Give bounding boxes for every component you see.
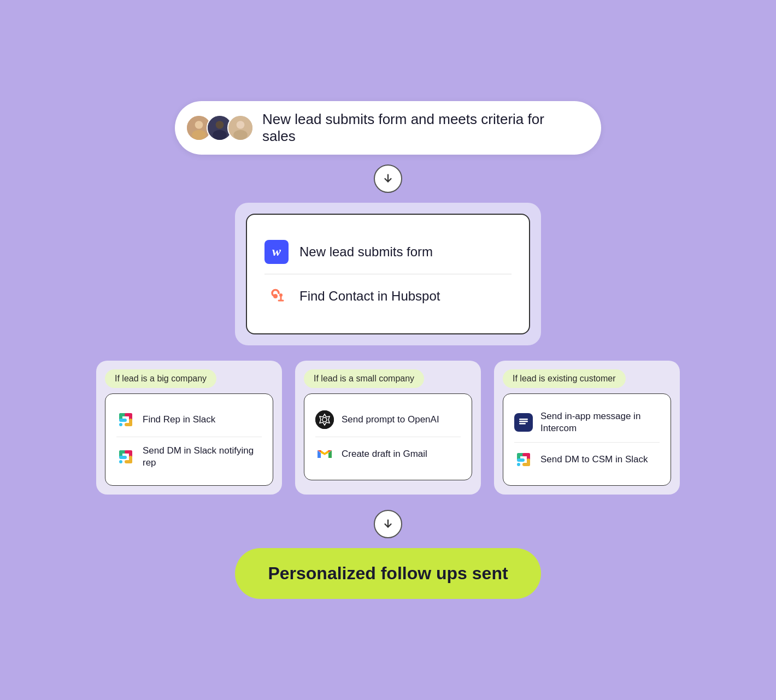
- svg-rect-45: [522, 463, 530, 466]
- svg-point-2: [192, 130, 206, 140]
- svg-rect-47: [517, 463, 520, 466]
- branch-big-company-step-2: Send DM in Slack notifying rep: [116, 437, 262, 477]
- workflow-inner: w New lead submits form Find Contact in …: [246, 214, 530, 334]
- branch-existing-customer-step-2: Send DM to CSM in Slack: [514, 442, 660, 477]
- gmail-icon: [315, 445, 334, 463]
- branch-small-company: If lead is a small company Send prompt t…: [295, 361, 481, 495]
- intercom-icon: [514, 413, 533, 432]
- hubspot-icon: [264, 284, 289, 308]
- svg-rect-46: [517, 458, 525, 462]
- webflow-icon: w: [264, 240, 289, 264]
- slack-icon-1: [116, 410, 135, 429]
- workflow-step-1-label: New lead submits form: [299, 244, 433, 260]
- branch-small-company-step-2-label: Create draft in Gmail: [342, 448, 427, 460]
- branch-small-company-step-2: Create draft in Gmail: [315, 437, 461, 471]
- svg-rect-38: [519, 423, 526, 425]
- branch-existing-customer-step-2-label: Send DM to CSM in Slack: [540, 454, 648, 466]
- workflow-step-hubspot: Find Contact in Hubspot: [264, 274, 512, 318]
- svg-rect-35: [516, 415, 531, 430]
- workflow-block: w New lead submits form Find Contact in …: [235, 203, 541, 345]
- slack-icon-2: [116, 448, 135, 466]
- svg-rect-36: [519, 419, 528, 420]
- branch-small-company-label: If lead is a small company: [304, 369, 424, 388]
- arrow-down-1: [374, 164, 402, 193]
- branch-big-company-label: If lead is a big company: [105, 369, 216, 388]
- svg-point-31: [315, 410, 334, 429]
- branch-existing-customer: If lead is existing customer Send in: [494, 361, 680, 495]
- branch-big-company-step-1-label: Find Rep in Slack: [143, 414, 215, 426]
- branches-row: If lead is a big company: [82, 361, 694, 495]
- result-node: Personalized follow ups sent: [235, 548, 540, 599]
- branch-big-company-inner: Find Rep in Slack: [105, 393, 273, 486]
- svg-point-7: [237, 121, 245, 129]
- trigger-text: New lead submits form and meets criteria…: [262, 111, 579, 145]
- svg-rect-30: [119, 460, 122, 463]
- branch-big-company-step-1: Find Rep in Slack: [116, 403, 262, 437]
- svg-rect-21: [119, 423, 122, 426]
- branch-small-company-step-1: Send prompt to OpenAI: [315, 403, 461, 437]
- svg-point-5: [213, 130, 227, 140]
- branch-existing-customer-inner: Send in-app message in Intercom: [503, 393, 671, 486]
- svg-rect-28: [125, 460, 132, 463]
- branch-big-company-step-2-label: Send DM in Slack notifying rep: [143, 445, 262, 469]
- branch-small-company-inner: Send prompt to OpenAI: [304, 393, 472, 480]
- svg-point-4: [216, 121, 224, 129]
- svg-rect-29: [119, 456, 127, 459]
- workflow-step-2-label: Find Contact in Hubspot: [299, 289, 440, 304]
- branch-existing-customer-step-1-label: Send in-app message in Intercom: [540, 410, 660, 434]
- svg-rect-20: [119, 419, 127, 422]
- branch-existing-customer-label: If lead is existing customer: [503, 369, 626, 388]
- workflow-canvas: New lead submits form and meets criteria…: [60, 68, 716, 632]
- arrow-down-2: [374, 510, 402, 538]
- svg-point-1: [195, 121, 203, 129]
- result-text: Personalized follow ups sent: [268, 563, 508, 583]
- slack-icon-3: [514, 450, 533, 469]
- branch-small-company-step-1-label: Send prompt to OpenAI: [342, 414, 439, 426]
- svg-point-8: [233, 130, 248, 140]
- trigger-node: New lead submits form and meets criteria…: [175, 101, 601, 155]
- openai-icon: [315, 410, 334, 429]
- workflow-step-webflow: w New lead submits form: [264, 230, 512, 274]
- svg-rect-37: [519, 421, 528, 422]
- svg-rect-19: [125, 423, 132, 426]
- branch-existing-customer-step-1: Send in-app message in Intercom: [514, 403, 660, 442]
- avatar-group: [186, 115, 254, 141]
- avatar-3: [227, 115, 254, 141]
- branch-big-company: If lead is a big company: [96, 361, 282, 495]
- svg-point-11: [273, 294, 278, 298]
